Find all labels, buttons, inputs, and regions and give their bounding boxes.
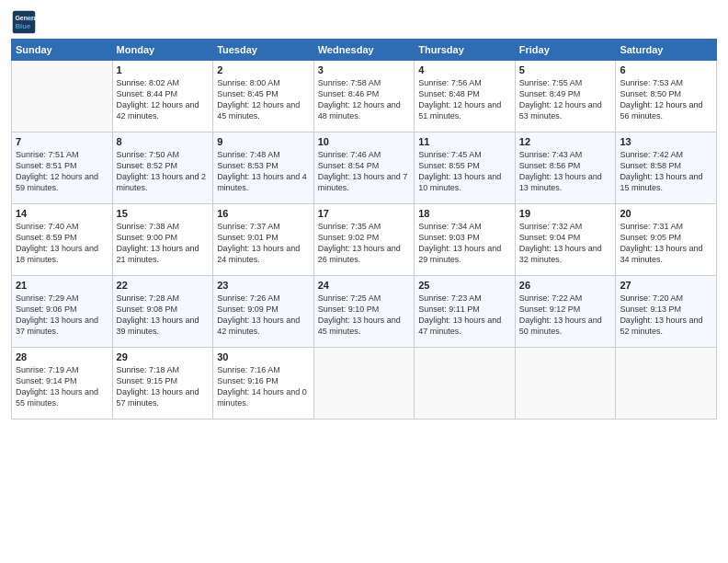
- day-number: 19: [519, 208, 612, 219]
- day-number: 10: [318, 136, 411, 147]
- calendar-cell: 10Sunrise: 7:46 AMSunset: 8:54 PMDayligh…: [313, 132, 415, 204]
- calendar-cell: 13Sunrise: 7:42 AMSunset: 8:58 PMDayligh…: [616, 132, 717, 204]
- day-number: 12: [519, 136, 612, 147]
- cell-info: Sunrise: 8:00 AMSunset: 8:45 PMDaylight:…: [217, 78, 300, 121]
- cell-info: Sunrise: 7:46 AMSunset: 8:54 PMDaylight:…: [318, 150, 408, 192]
- calendar-cell: 28Sunrise: 7:19 AMSunset: 9:14 PMDayligh…: [12, 348, 113, 419]
- calendar-cell: [616, 348, 717, 419]
- day-number: 25: [418, 280, 511, 291]
- day-number: 11: [418, 136, 511, 147]
- day-number: 7: [16, 136, 108, 147]
- calendar-cell: 17Sunrise: 7:35 AMSunset: 9:02 PMDayligh…: [313, 204, 415, 276]
- calendar-header-row: SundayMondayTuesdayWednesdayThursdayFrid…: [12, 40, 717, 61]
- day-number: 5: [519, 64, 612, 75]
- day-number: 17: [318, 208, 411, 219]
- calendar-cell: 30Sunrise: 7:16 AMSunset: 9:16 PMDayligh…: [213, 348, 314, 419]
- cell-info: Sunrise: 7:43 AMSunset: 8:56 PMDaylight:…: [519, 150, 602, 192]
- day-number: 24: [318, 280, 411, 291]
- calendar-body: 1Sunrise: 8:02 AMSunset: 8:44 PMDaylight…: [12, 61, 717, 419]
- calendar-cell: 20Sunrise: 7:31 AMSunset: 9:05 PMDayligh…: [616, 204, 717, 276]
- day-number: 6: [620, 64, 712, 75]
- day-number: 1: [117, 64, 210, 75]
- day-header-sunday: Sunday: [12, 40, 113, 61]
- day-header-friday: Friday: [515, 40, 616, 61]
- day-number: 30: [217, 351, 310, 362]
- calendar-cell: 15Sunrise: 7:38 AMSunset: 9:00 PMDayligh…: [112, 204, 213, 276]
- cell-info: Sunrise: 8:02 AMSunset: 8:44 PMDaylight:…: [117, 78, 199, 121]
- day-number: 22: [117, 280, 210, 291]
- cell-info: Sunrise: 7:34 AMSunset: 9:03 PMDaylight:…: [418, 222, 501, 264]
- calendar-cell: 22Sunrise: 7:28 AMSunset: 9:08 PMDayligh…: [112, 276, 213, 348]
- day-header-monday: Monday: [112, 40, 213, 61]
- calendar-cell: [415, 348, 516, 419]
- day-number: 2: [217, 64, 310, 75]
- day-number: 20: [620, 208, 712, 219]
- day-number: 18: [418, 208, 511, 219]
- cell-info: Sunrise: 7:31 AMSunset: 9:05 PMDaylight:…: [620, 222, 702, 264]
- day-header-wednesday: Wednesday: [313, 40, 415, 61]
- cell-info: Sunrise: 7:22 AMSunset: 9:12 PMDaylight:…: [519, 293, 602, 336]
- cell-info: Sunrise: 7:29 AMSunset: 9:06 PMDaylight:…: [16, 293, 98, 336]
- calendar-cell: 23Sunrise: 7:26 AMSunset: 9:09 PMDayligh…: [213, 276, 314, 348]
- logo-icon: General Blue: [11, 9, 37, 35]
- day-number: 26: [519, 280, 612, 291]
- cell-info: Sunrise: 7:23 AMSunset: 9:11 PMDaylight:…: [418, 293, 501, 336]
- week-row-1: 1Sunrise: 8:02 AMSunset: 8:44 PMDaylight…: [12, 61, 717, 132]
- week-row-2: 7Sunrise: 7:51 AMSunset: 8:51 PMDaylight…: [12, 132, 717, 204]
- cell-info: Sunrise: 7:48 AMSunset: 8:53 PMDaylight:…: [217, 150, 307, 192]
- calendar-cell: 19Sunrise: 7:32 AMSunset: 9:04 PMDayligh…: [515, 204, 616, 276]
- day-number: 28: [16, 351, 108, 362]
- cell-info: Sunrise: 7:42 AMSunset: 8:58 PMDaylight:…: [620, 150, 702, 192]
- calendar-cell: 14Sunrise: 7:40 AMSunset: 8:59 PMDayligh…: [12, 204, 113, 276]
- cell-info: Sunrise: 7:35 AMSunset: 9:02 PMDaylight:…: [318, 222, 401, 264]
- calendar-cell: 26Sunrise: 7:22 AMSunset: 9:12 PMDayligh…: [515, 276, 616, 348]
- cell-info: Sunrise: 7:20 AMSunset: 9:13 PMDaylight:…: [620, 293, 702, 336]
- header: General Blue: [11, 9, 717, 35]
- day-number: 14: [16, 208, 108, 219]
- day-number: 21: [16, 280, 108, 291]
- calendar-cell: 21Sunrise: 7:29 AMSunset: 9:06 PMDayligh…: [12, 276, 113, 348]
- calendar-cell: 6Sunrise: 7:53 AMSunset: 8:50 PMDaylight…: [616, 61, 717, 132]
- day-number: 16: [217, 208, 310, 219]
- cell-info: Sunrise: 7:58 AMSunset: 8:46 PMDaylight:…: [318, 78, 401, 121]
- day-number: 29: [117, 351, 210, 362]
- calendar-cell: [12, 61, 113, 132]
- calendar-cell: 7Sunrise: 7:51 AMSunset: 8:51 PMDaylight…: [12, 132, 113, 204]
- cell-info: Sunrise: 7:53 AMSunset: 8:50 PMDaylight:…: [620, 78, 702, 121]
- day-header-thursday: Thursday: [415, 40, 516, 61]
- cell-info: Sunrise: 7:40 AMSunset: 8:59 PMDaylight:…: [16, 222, 98, 264]
- day-number: 9: [217, 136, 310, 147]
- calendar-cell: 25Sunrise: 7:23 AMSunset: 9:11 PMDayligh…: [415, 276, 516, 348]
- day-number: 23: [217, 280, 310, 291]
- svg-text:General: General: [15, 15, 37, 21]
- calendar-cell: 1Sunrise: 8:02 AMSunset: 8:44 PMDaylight…: [112, 61, 213, 132]
- week-row-3: 14Sunrise: 7:40 AMSunset: 8:59 PMDayligh…: [12, 204, 717, 276]
- calendar-cell: 3Sunrise: 7:58 AMSunset: 8:46 PMDaylight…: [313, 61, 415, 132]
- calendar-cell: 24Sunrise: 7:25 AMSunset: 9:10 PMDayligh…: [313, 276, 415, 348]
- calendar-cell: [313, 348, 415, 419]
- day-header-tuesday: Tuesday: [213, 40, 314, 61]
- calendar-table: SundayMondayTuesdayWednesdayThursdayFrid…: [11, 39, 717, 419]
- day-number: 8: [117, 136, 210, 147]
- day-number: 4: [418, 64, 511, 75]
- cell-info: Sunrise: 7:56 AMSunset: 8:48 PMDaylight:…: [418, 78, 501, 121]
- cell-info: Sunrise: 7:25 AMSunset: 9:10 PMDaylight:…: [318, 293, 401, 336]
- calendar-cell: 16Sunrise: 7:37 AMSunset: 9:01 PMDayligh…: [213, 204, 314, 276]
- calendar-cell: 11Sunrise: 7:45 AMSunset: 8:55 PMDayligh…: [415, 132, 516, 204]
- calendar-cell: 27Sunrise: 7:20 AMSunset: 9:13 PMDayligh…: [616, 276, 717, 348]
- cell-info: Sunrise: 7:28 AMSunset: 9:08 PMDaylight:…: [117, 293, 199, 336]
- calendar-cell: 18Sunrise: 7:34 AMSunset: 9:03 PMDayligh…: [415, 204, 516, 276]
- calendar-cell: 5Sunrise: 7:55 AMSunset: 8:49 PMDaylight…: [515, 61, 616, 132]
- logo: General Blue: [11, 9, 39, 35]
- cell-info: Sunrise: 7:18 AMSunset: 9:15 PMDaylight:…: [117, 365, 199, 408]
- calendar-cell: 4Sunrise: 7:56 AMSunset: 8:48 PMDaylight…: [415, 61, 516, 132]
- day-number: 13: [620, 136, 712, 147]
- day-number: 3: [318, 64, 411, 75]
- page-container: General Blue SundayMondayTuesdayWednesda…: [0, 0, 728, 427]
- week-row-5: 28Sunrise: 7:19 AMSunset: 9:14 PMDayligh…: [12, 348, 717, 419]
- cell-info: Sunrise: 7:26 AMSunset: 9:09 PMDaylight:…: [217, 293, 300, 336]
- cell-info: Sunrise: 7:45 AMSunset: 8:55 PMDaylight:…: [418, 150, 501, 192]
- calendar-cell: 29Sunrise: 7:18 AMSunset: 9:15 PMDayligh…: [112, 348, 213, 419]
- day-number: 27: [620, 280, 712, 291]
- cell-info: Sunrise: 7:55 AMSunset: 8:49 PMDaylight:…: [519, 78, 602, 121]
